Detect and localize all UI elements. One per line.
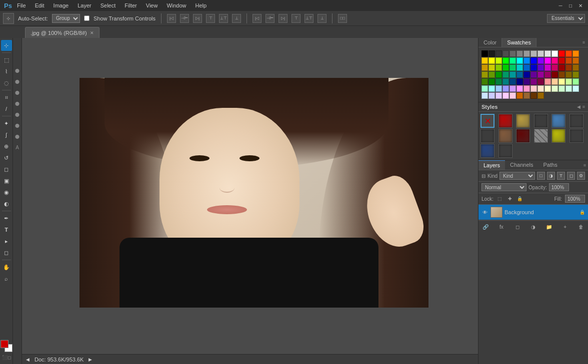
align-left-button[interactable]: |◁ [167, 14, 176, 23]
color-swatch[interactable] [558, 85, 565, 92]
align-top-button[interactable]: ⊤ [206, 14, 215, 23]
color-swatch[interactable] [516, 78, 523, 85]
fg-bg-colors[interactable] [0, 340, 12, 352]
color-swatch[interactable] [516, 50, 523, 57]
path-selection-tool[interactable]: ▸ [1, 236, 12, 247]
color-swatch[interactable] [538, 85, 544, 92]
color-swatch[interactable] [488, 50, 495, 57]
color-swatch[interactable] [516, 85, 523, 92]
color-swatch[interactable] [544, 57, 551, 64]
color-swatch[interactable] [524, 64, 530, 71]
align-right-button[interactable]: ▷| [193, 14, 202, 23]
color-swatch[interactable] [544, 64, 551, 71]
filter-adjust-btn[interactable]: ◑ [547, 172, 555, 180]
close-button[interactable]: ✕ [577, 2, 584, 9]
distribute-top-button[interactable]: ⊤ [292, 14, 300, 23]
color-swatch[interactable] [544, 85, 551, 92]
color-swatch[interactable] [516, 57, 523, 64]
distribute-bottom-button[interactable]: ⊥ [318, 14, 326, 23]
layers-panel-menu-icon[interactable]: ≡ [584, 163, 586, 168]
eraser-tool[interactable]: ◻ [1, 164, 12, 175]
color-swatch[interactable] [482, 78, 488, 85]
color-swatch[interactable] [558, 57, 565, 64]
align-center-h-button[interactable]: ⊣⊢ [180, 14, 189, 23]
color-swatch[interactable] [566, 78, 572, 85]
opacity-input[interactable] [549, 183, 569, 191]
color-swatch[interactable] [516, 92, 523, 99]
color-swatch[interactable] [496, 50, 502, 57]
filter-kind-select[interactable]: Kind Name Effect [500, 172, 535, 180]
color-swatch[interactable] [544, 78, 551, 85]
gradient-tool[interactable]: ▣ [1, 175, 12, 186]
crop-tool[interactable]: ⌗ [1, 92, 12, 103]
color-swatch[interactable] [502, 71, 509, 78]
blur-tool[interactable]: ◉ [1, 187, 12, 198]
spot-healing-tool[interactable]: ✦ [1, 118, 12, 129]
color-swatch[interactable] [530, 85, 537, 92]
color-swatch[interactable] [488, 92, 495, 99]
filter-type-btn[interactable]: T [557, 172, 565, 180]
shape-tool[interactable]: ◻ [1, 247, 12, 258]
color-swatch[interactable] [538, 92, 544, 99]
zoom-tool[interactable]: ⌕ [1, 273, 12, 284]
layer-visibility-toggle[interactable]: 👁 [482, 209, 488, 216]
color-swatch[interactable] [502, 85, 509, 92]
menu-image[interactable]: Image [52, 1, 71, 9]
color-swatch[interactable] [510, 85, 516, 92]
color-swatch[interactable] [530, 92, 537, 99]
color-swatch[interactable] [558, 71, 565, 78]
color-swatch[interactable] [530, 64, 537, 71]
color-swatch[interactable] [524, 57, 530, 64]
color-swatch[interactable] [482, 64, 488, 71]
color-swatch[interactable] [566, 57, 572, 64]
color-swatch[interactable] [496, 64, 502, 71]
color-swatch[interactable] [572, 64, 579, 71]
color-swatch[interactable] [530, 78, 537, 85]
blue-style[interactable] [552, 114, 566, 128]
show-transform-checkbox[interactable] [84, 15, 90, 21]
menu-layer[interactable]: Layer [76, 1, 94, 9]
tab-layers[interactable]: Layers [478, 160, 505, 170]
color-swatch[interactable] [496, 85, 502, 92]
color-swatch[interactable] [496, 57, 502, 64]
color-swatch[interactable] [538, 57, 544, 64]
color-swatch[interactable] [530, 50, 537, 57]
status-arrow-left[interactable]: ◀ [26, 357, 30, 362]
minimize-button[interactable]: ─ [557, 2, 564, 9]
tab-channels[interactable]: Channels [505, 160, 538, 170]
workspace-selector[interactable]: Essentials Design Painting [547, 14, 585, 23]
gold-style[interactable] [516, 114, 530, 128]
color-swatch[interactable] [510, 50, 516, 57]
color-swatch[interactable] [502, 78, 509, 85]
auto-select-dropdown[interactable]: Group Layer [52, 14, 80, 23]
link-layers-button[interactable]: 🔗 [482, 223, 490, 231]
color-swatch[interactable] [488, 85, 495, 92]
status-arrow-right[interactable]: ▶ [88, 357, 92, 362]
color-swatch[interactable] [530, 71, 537, 78]
styles-panel-menu-icon[interactable]: ≡ [582, 104, 585, 109]
color-swatch[interactable] [530, 57, 537, 64]
tab-close-button[interactable]: ✕ [90, 30, 94, 35]
color-swatch[interactable] [538, 78, 544, 85]
color-swatch[interactable] [502, 64, 509, 71]
white-style[interactable] [498, 144, 512, 158]
new-layer-button[interactable]: + [561, 223, 569, 231]
menu-select[interactable]: Select [98, 1, 118, 9]
color-swatch[interactable] [496, 78, 502, 85]
menu-view[interactable]: View [144, 1, 160, 9]
distribute-right-button[interactable]: ▷| [278, 14, 288, 23]
canvas-area[interactable]: ◀ Doc: 953.6K/953.6K ▶ [22, 38, 478, 364]
color-swatch[interactable] [488, 57, 495, 64]
quick-select-tool[interactable]: ◌ [1, 77, 12, 88]
color-swatch[interactable] [488, 64, 495, 71]
distribute-h-button[interactable]: ⊣⊢ [266, 14, 274, 23]
filter-shape-btn[interactable]: ◻ [567, 172, 575, 180]
swatches-panel-menu-icon[interactable]: ≡ [582, 40, 585, 45]
eyedropper-tool[interactable]: / [1, 103, 12, 114]
color-swatch[interactable] [496, 71, 502, 78]
color-swatch[interactable] [510, 64, 516, 71]
color-swatch[interactable] [552, 78, 558, 85]
color-swatch[interactable] [566, 50, 572, 57]
color-swatch[interactable] [544, 50, 551, 57]
no-style[interactable]: ✕ [480, 114, 494, 128]
